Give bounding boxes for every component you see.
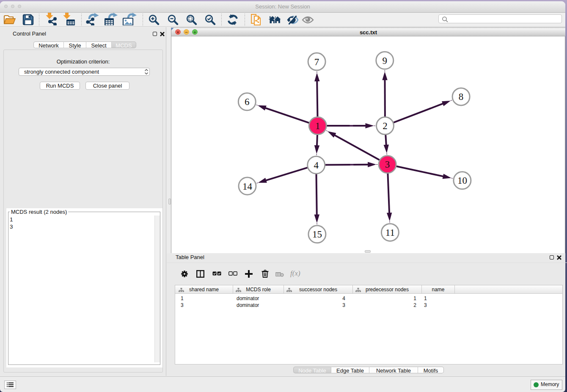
svg-text:1: 1 (315, 121, 320, 131)
svg-text:14: 14 (242, 181, 253, 192)
svg-text:8: 8 (459, 91, 464, 102)
svg-text:7: 7 (314, 57, 319, 67)
svg-text:11: 11 (385, 227, 395, 238)
svg-text:6: 6 (245, 97, 250, 107)
svg-text:2: 2 (383, 121, 388, 131)
svg-text:10: 10 (457, 175, 467, 186)
svg-text:4: 4 (314, 160, 319, 171)
svg-text:9: 9 (383, 55, 388, 66)
svg-text:15: 15 (312, 229, 322, 240)
svg-text:3: 3 (385, 159, 390, 170)
